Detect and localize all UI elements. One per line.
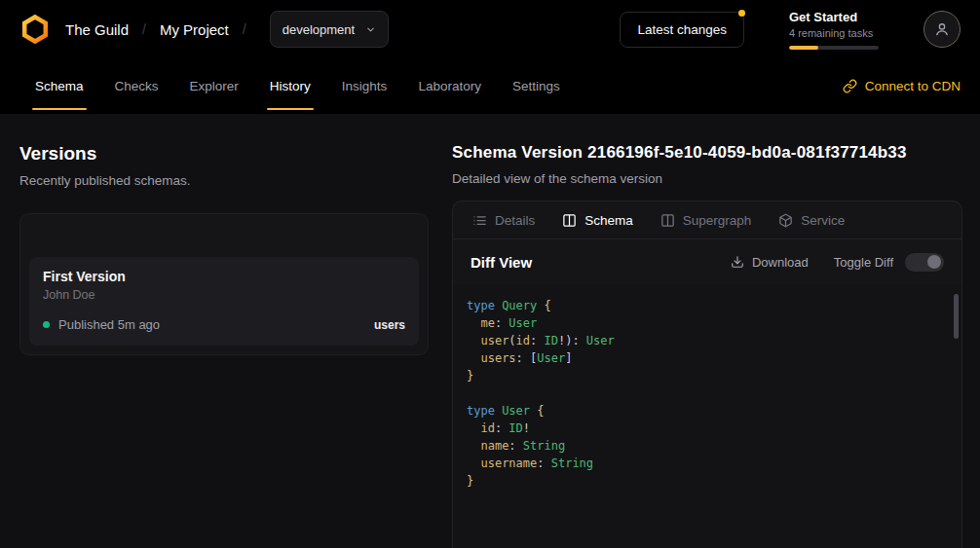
tab-supergraph-label: Supergraph (683, 213, 752, 228)
person-icon (933, 20, 951, 38)
versions-column: Versions Recently published schemas. Fir… (19, 128, 429, 548)
environment-dropdown-value: development (283, 22, 355, 37)
breadcrumb-separator: / (142, 21, 146, 37)
code-block: type Query { me: User user(id: ID!): Use… (467, 297, 948, 490)
tab-settings[interactable]: Settings (497, 58, 576, 114)
tab-insights[interactable]: Insights (326, 58, 403, 114)
version-status: Published 5m ago (58, 317, 160, 332)
diff-toggle[interactable] (905, 253, 944, 272)
code-scrollbar[interactable] (954, 294, 959, 339)
breadcrumb-project[interactable]: My Project (160, 21, 229, 38)
version-status-row: Published 5m ago users (43, 317, 405, 332)
environment-dropdown[interactable]: development (270, 11, 389, 48)
diff-view-title: Diff View (471, 254, 532, 271)
code-line: id: ID! (467, 420, 948, 437)
get-started-widget[interactable]: Get Started 4 remaining tasks (789, 10, 879, 50)
versions-title: Versions (19, 143, 429, 164)
tab-history[interactable]: History (254, 58, 326, 114)
app-header: The Guild / My Project / development Lat… (0, 0, 980, 58)
download-button[interactable]: Download (731, 255, 809, 270)
tab-details[interactable]: Details (472, 213, 535, 228)
connect-cdn-label: Connect to CDN (865, 79, 961, 93)
header-actions: Latest changes Get Started 4 remaining t… (620, 10, 961, 50)
version-detail-panel: Details Schema Supergraph Service Diff V… (452, 201, 962, 548)
tab-schema-view[interactable]: Schema (562, 213, 633, 228)
chevron-down-icon (365, 24, 376, 35)
download-label: Download (752, 255, 809, 270)
hive-logo-icon[interactable] (19, 14, 51, 45)
main-content: Versions Recently published schemas. Fir… (0, 114, 980, 548)
version-detail-title: Schema Version 2166196f-5e10-4059-bd0a-0… (452, 143, 962, 163)
code-line (467, 384, 948, 402)
notification-dot (738, 10, 745, 17)
download-icon (731, 255, 744, 269)
code-line: me: User (467, 314, 948, 332)
toggle-diff-label: Toggle Diff (834, 255, 893, 270)
toggle-diff-control: Toggle Diff (834, 253, 944, 272)
diff-toggle-knob (927, 255, 941, 269)
tab-schema-view-label: Schema (584, 213, 633, 228)
version-detail-subtitle: Detailed view of the schema version (452, 171, 962, 186)
tab-service[interactable]: Service (778, 213, 845, 228)
breadcrumb-org[interactable]: The Guild (65, 21, 129, 38)
tab-explorer[interactable]: Explorer (174, 58, 254, 114)
version-author: John Doe (43, 288, 405, 302)
version-service-badge: users (374, 318, 405, 332)
avatar-button[interactable] (923, 11, 961, 48)
code-line: } (467, 472, 948, 490)
tab-details-label: Details (495, 213, 535, 228)
published-dot-icon (43, 321, 50, 328)
tab-laboratory[interactable]: Laboratory (402, 58, 497, 114)
connect-cdn-link[interactable]: Connect to CDN (843, 58, 961, 114)
columns-icon (562, 213, 577, 228)
detail-tabs: Details Schema Supergraph Service (453, 201, 961, 239)
link-icon (843, 79, 857, 93)
schema-code-viewer: type Query { me: User user(id: ID!): Use… (453, 284, 961, 548)
get-started-progress (789, 46, 879, 50)
breadcrumb: The Guild / My Project / development (19, 11, 389, 48)
version-list-item[interactable]: First Version John Doe Published 5m ago … (29, 257, 419, 346)
get-started-subtitle: 4 remaining tasks (789, 27, 879, 39)
tab-schema[interactable]: Schema (19, 58, 99, 114)
latest-changes-button[interactable]: Latest changes (620, 12, 744, 48)
tab-checks[interactable]: Checks (99, 58, 174, 114)
versions-subtitle: Recently published schemas. (19, 173, 429, 188)
diff-actions: Download Toggle Diff (731, 253, 944, 272)
code-line: name: String (467, 437, 948, 455)
get-started-progress-fill (789, 46, 818, 50)
code-line: user(id: ID!): User (467, 332, 948, 349)
columns-icon (660, 213, 675, 228)
versions-card: First Version John Doe Published 5m ago … (19, 213, 429, 355)
tab-service-label: Service (801, 213, 845, 228)
diff-view-header: Diff View Download Toggle Diff (453, 239, 961, 284)
code-line: type Query { (467, 297, 948, 314)
box-icon (778, 213, 793, 228)
code-line: type User { (467, 402, 948, 420)
breadcrumb-separator: / (243, 21, 246, 37)
version-detail-column: Schema Version 2166196f-5e10-4059-bd0a-0… (452, 128, 962, 548)
page-tabs: Schema Checks Explorer History Insights … (0, 58, 980, 114)
code-line: username: String (467, 455, 948, 472)
code-line: users: [User] (467, 349, 948, 367)
code-line: } (467, 367, 948, 384)
list-icon (472, 213, 487, 228)
version-name: First Version (43, 269, 405, 284)
get-started-title: Get Started (789, 10, 879, 24)
tab-supergraph[interactable]: Supergraph (660, 213, 752, 228)
